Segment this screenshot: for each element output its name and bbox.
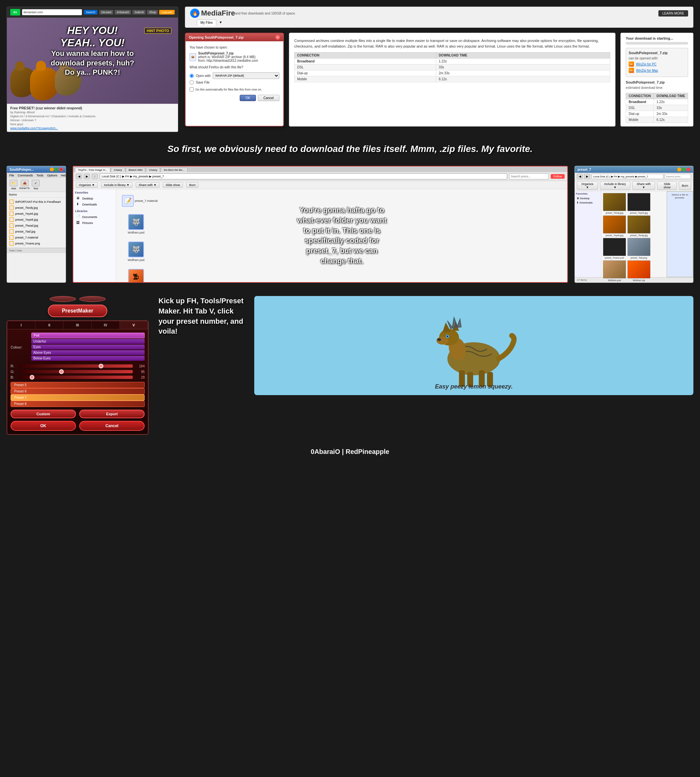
mf-tab-arrow[interactable]: ▼ bbox=[217, 20, 224, 26]
exp-share-btn[interactable]: Share with ▼ bbox=[136, 182, 160, 188]
winrar-menu-file[interactable]: File bbox=[8, 174, 16, 177]
slider-track-2[interactable] bbox=[19, 376, 133, 379]
wr-file-item-5[interactable]: 📄preset_7tail.jpg bbox=[8, 229, 64, 234]
slider-thumb-1[interactable] bbox=[59, 369, 64, 374]
exp-burn-btn[interactable]: Burn bbox=[186, 182, 198, 188]
preset-tab-V[interactable]: V bbox=[120, 321, 148, 329]
preset-colour-item-1[interactable]: Underfur bbox=[32, 339, 145, 344]
exp-item-zip[interactable]: 🗜 Wolfram.zip bbox=[120, 267, 153, 283]
exp-back-btn[interactable]: ◀ bbox=[76, 174, 82, 179]
ff-auto-checkbox[interactable] bbox=[190, 87, 194, 92]
exp-forward-btn[interactable]: ▶ bbox=[84, 174, 90, 179]
da-shop-btn[interactable]: Shop bbox=[147, 10, 158, 15]
slider-thumb-0[interactable] bbox=[99, 364, 103, 368]
thumb-item-6[interactable]: Wolfram.psd bbox=[603, 260, 626, 281]
exp-sidebar-docs[interactable]: 📄 Documents bbox=[75, 214, 114, 220]
preset-tab-III[interactable]: III bbox=[63, 321, 92, 329]
ff-open-app-select[interactable]: WinRAR-ZIP (default) bbox=[213, 72, 279, 79]
exp-r-organize-btn[interactable]: Organize ▼ bbox=[577, 181, 598, 190]
exp-r-include-btn[interactable]: Include in library ▼ bbox=[600, 181, 630, 190]
preset-num-btn-3[interactable]: Preset 8 bbox=[10, 401, 145, 407]
ff-radio-save-input[interactable] bbox=[190, 80, 194, 85]
wz-mac-link[interactable]: W WinZip for Mac bbox=[629, 68, 685, 73]
preset-num-btn-2[interactable]: Preset 7 bbox=[10, 394, 145, 401]
preset-colour-item-3[interactable]: Above Eyes bbox=[32, 350, 145, 355]
ff-ok-button[interactable]: OK bbox=[240, 95, 255, 101]
exp-r-burn-btn[interactable]: Burn bbox=[679, 181, 691, 190]
exp-include-btn[interactable]: Include in library ▼ bbox=[101, 182, 132, 188]
thumb-item-3[interactable]: preset_7body.jpg bbox=[627, 216, 650, 237]
exp-r-forward-btn[interactable]: ▶ bbox=[584, 174, 590, 179]
exp-r-back-btn[interactable]: ◀ bbox=[577, 174, 583, 179]
preset-tab-I[interactable]: I bbox=[7, 321, 35, 329]
browser-tab-3[interactable]: Chatzy bbox=[146, 167, 160, 172]
exp-r-desktop[interactable]: 🖥 Desktop bbox=[576, 196, 600, 201]
ff-radio-open-input[interactable] bbox=[190, 74, 194, 78]
wr-file-item-6[interactable]: 📄preset_7.material bbox=[8, 234, 64, 241]
ff-close-button[interactable]: ✕ bbox=[275, 35, 280, 40]
thumb-item-1[interactable]: preset_7eye6.jpg bbox=[627, 193, 650, 214]
wr-extract-btn[interactable]: 📤 Extract To bbox=[20, 180, 30, 190]
exp-r-max-btn[interactable] bbox=[682, 167, 686, 172]
da-submit-btn[interactable]: Submit bbox=[132, 10, 146, 15]
thumb-item-0[interactable]: preset_7body.jpg bbox=[603, 193, 626, 214]
winrar-close-btn[interactable]: ✕ bbox=[59, 167, 63, 172]
exp-r-close-btn[interactable] bbox=[687, 167, 690, 172]
preset-cancel-button[interactable]: Cancel bbox=[79, 421, 145, 431]
exp-r-search[interactable] bbox=[665, 174, 691, 179]
browser-tab-0[interactable]: TinyPic - Free Image H... bbox=[75, 167, 110, 172]
winrar-menu-help[interactable]: Help bbox=[60, 174, 66, 177]
exp-up-btn[interactable]: ↑ bbox=[92, 174, 98, 179]
da-search-button[interactable]: Search bbox=[84, 10, 97, 15]
exp-slideshow-btn[interactable]: Slide show bbox=[163, 182, 183, 188]
browser-tab-2[interactable]: Bleach Wiki bbox=[126, 167, 146, 172]
preset-ok-button[interactable]: OK bbox=[10, 421, 76, 431]
exp-item-psd1[interactable]: 🐺 Wolfram.psd bbox=[120, 212, 153, 237]
exp-r-share-btn[interactable]: Share with ▼ bbox=[632, 181, 655, 190]
exp-r-path[interactable]: Local Disk (C:) ▶ FH ▶ my_presets ▶ pres… bbox=[592, 174, 663, 179]
exp-sidebar-desktop[interactable]: 🖥 Desktop bbox=[75, 196, 114, 202]
learn-more-button[interactable]: LEARN MORE bbox=[658, 10, 688, 17]
da-address-bar[interactable]: deviantart.com bbox=[22, 9, 82, 15]
exp-item-material[interactable]: 📝 preset_7.material bbox=[120, 192, 564, 209]
exp-follow-btn[interactable]: Follow bbox=[551, 174, 565, 179]
da-deviant-btn[interactable]: Deviant bbox=[99, 10, 113, 15]
browser-tab-4[interactable]: the Bero the Be... bbox=[161, 167, 187, 172]
da-user-btn[interactable]: 0AbaraiO bbox=[115, 10, 131, 15]
thumb-item-4[interactable]: preset_7mane.pn9 bbox=[603, 238, 626, 259]
wr-file-item-3[interactable]: 📄preset_7eye8.jpg bbox=[8, 217, 64, 223]
preset-colour-item-4[interactable]: Below Eyes bbox=[32, 356, 145, 361]
browser-tab-1[interactable]: Chatzy bbox=[111, 167, 125, 172]
wr-file-item-1[interactable]: 📄preset_7body.jpg bbox=[8, 205, 64, 211]
wr-test-btn[interactable]: ✓ Test bbox=[32, 180, 40, 190]
exp-item-psd2[interactable]: 🐺 Wolfram.psd bbox=[120, 239, 153, 264]
preset-main-button[interactable]: PresetMaker bbox=[48, 304, 107, 317]
winrar-menu-tools[interactable]: Tools bbox=[35, 174, 45, 177]
wr-file-item-7[interactable]: 📄preset_7mane.png bbox=[8, 241, 64, 246]
exp-r-downloads[interactable]: ⬇ Downloads bbox=[576, 201, 600, 205]
wz-pc-link[interactable]: W WinZip for PC bbox=[629, 62, 685, 67]
slider-thumb-2[interactable] bbox=[30, 375, 34, 379]
exp-path[interactable]: Local Disk (C:) ▶ FH ▶ my_presets ▶ pres… bbox=[100, 174, 507, 179]
exp-r-slideshow-btn[interactable]: Slide show bbox=[657, 181, 677, 190]
winrar-max-btn[interactable]: □ bbox=[55, 167, 58, 172]
thumb-item-7[interactable]: Wolfram.zip bbox=[627, 260, 650, 281]
thumb-item-5[interactable]: preset_7tail.png bbox=[627, 238, 650, 259]
preset-colour-item-0[interactable]: Pelt bbox=[32, 333, 145, 338]
mf-tab-myfiles[interactable]: My Files bbox=[197, 20, 216, 26]
preset-custom-button[interactable]: Custom bbox=[10, 409, 76, 418]
slider-track-1[interactable] bbox=[19, 370, 133, 373]
preset-export-button[interactable]: Export bbox=[79, 409, 145, 418]
preset-num-btn-1[interactable]: Preset 6 bbox=[10, 388, 145, 394]
da-footer-link[interactable]: www.mediafire.com/?91xawpvt0r0... bbox=[10, 127, 175, 130]
exp-sidebar-pics[interactable]: 🖼 Pictures bbox=[75, 220, 114, 226]
wr-file-item-0[interactable]: 📄IMPORTANT-Put this in Feralheart bbox=[8, 199, 64, 205]
preset-colour-item-2[interactable]: Eyes bbox=[32, 344, 145, 349]
exp-organize-btn[interactable]: Organize ▼ bbox=[76, 182, 98, 188]
exp-search-input[interactable] bbox=[509, 174, 549, 179]
thumb-item-2[interactable]: preset_7eye8.jpg bbox=[603, 216, 626, 237]
exp-sidebar-downloads[interactable]: ⬇ Downloads bbox=[75, 202, 114, 207]
preset-num-btn-0[interactable]: Preset 5 bbox=[10, 382, 145, 388]
preset-tab-IV[interactable]: IV bbox=[92, 321, 120, 329]
winrar-menu-options[interactable]: Options bbox=[45, 174, 59, 177]
